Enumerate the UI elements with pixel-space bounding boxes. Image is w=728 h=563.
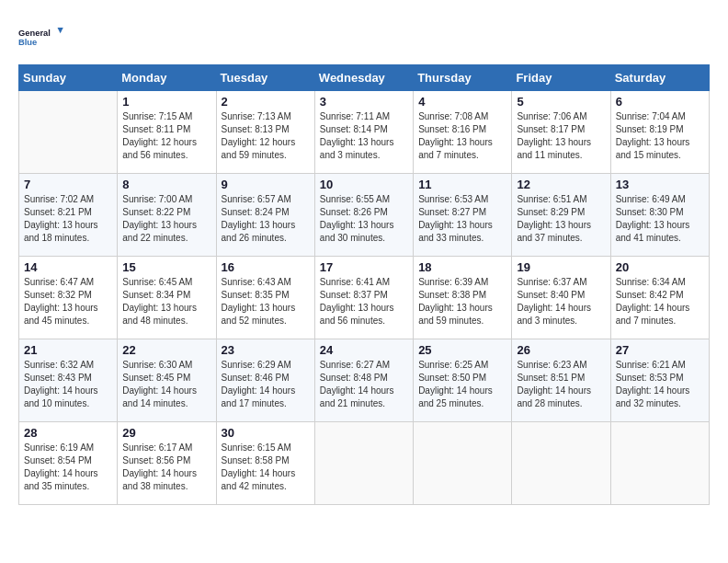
calendar-week-row: 14Sunrise: 6:47 AMSunset: 8:32 PMDayligh… xyxy=(19,257,710,339)
day-info: Sunrise: 6:39 AMSunset: 8:38 PMDaylight:… xyxy=(418,276,506,327)
day-info: Sunrise: 7:15 AMSunset: 8:11 PMDaylight:… xyxy=(122,110,210,162)
calendar-day-cell: 11Sunrise: 6:53 AMSunset: 8:27 PMDayligh… xyxy=(414,174,512,257)
calendar-day-cell xyxy=(314,422,413,505)
day-number: 4 xyxy=(418,95,506,109)
day-info: Sunrise: 6:32 AMSunset: 8:43 PMDaylight:… xyxy=(24,359,112,410)
calendar-day-cell: 30Sunrise: 6:15 AMSunset: 8:58 PMDayligh… xyxy=(216,422,314,505)
day-number: 22 xyxy=(122,343,210,357)
day-number: 11 xyxy=(418,178,506,191)
day-number: 17 xyxy=(320,260,408,274)
day-info: Sunrise: 7:08 AMSunset: 8:16 PMDaylight:… xyxy=(418,110,506,162)
calendar-day-cell: 24Sunrise: 6:27 AMSunset: 8:48 PMDayligh… xyxy=(314,339,413,422)
day-info: Sunrise: 6:25 AMSunset: 8:50 PMDaylight:… xyxy=(418,359,506,410)
day-number: 16 xyxy=(222,260,310,274)
day-number: 8 xyxy=(122,178,210,191)
day-info: Sunrise: 6:51 AMSunset: 8:29 PMDaylight:… xyxy=(517,193,605,245)
calendar-day-cell: 5Sunrise: 7:06 AMSunset: 8:17 PMDaylight… xyxy=(512,91,610,174)
day-info: Sunrise: 6:21 AMSunset: 8:53 PMDaylight:… xyxy=(616,359,704,410)
calendar-day-cell: 9Sunrise: 6:57 AMSunset: 8:24 PMDaylight… xyxy=(216,174,314,257)
day-number: 19 xyxy=(517,260,605,274)
day-info: Sunrise: 6:47 AMSunset: 8:32 PMDaylight:… xyxy=(24,276,112,327)
calendar-day-cell: 2Sunrise: 7:13 AMSunset: 8:13 PMDaylight… xyxy=(216,91,314,174)
calendar-day-cell: 28Sunrise: 6:19 AMSunset: 8:54 PMDayligh… xyxy=(19,422,118,505)
calendar-table: SundayMondayTuesdayWednesdayThursdayFrid… xyxy=(18,64,710,505)
svg-marker-2 xyxy=(58,28,63,33)
day-info: Sunrise: 6:43 AMSunset: 8:35 PMDaylight:… xyxy=(222,276,310,327)
calendar-day-cell: 15Sunrise: 6:45 AMSunset: 8:34 PMDayligh… xyxy=(118,257,216,339)
calendar-day-cell: 20Sunrise: 6:34 AMSunset: 8:42 PMDayligh… xyxy=(610,257,709,339)
calendar-day-cell: 3Sunrise: 7:11 AMSunset: 8:14 PMDaylight… xyxy=(314,91,413,174)
day-info: Sunrise: 6:34 AMSunset: 8:42 PMDaylight:… xyxy=(616,276,704,327)
day-info: Sunrise: 6:19 AMSunset: 8:54 PMDaylight:… xyxy=(24,442,112,493)
day-info: Sunrise: 6:45 AMSunset: 8:34 PMDaylight:… xyxy=(122,276,210,327)
calendar-day-cell: 22Sunrise: 6:30 AMSunset: 8:45 PMDayligh… xyxy=(118,339,216,422)
day-number: 29 xyxy=(122,426,210,440)
calendar-week-row: 28Sunrise: 6:19 AMSunset: 8:54 PMDayligh… xyxy=(19,422,710,505)
day-info: Sunrise: 6:17 AMSunset: 8:56 PMDaylight:… xyxy=(122,442,210,493)
calendar-day-cell: 4Sunrise: 7:08 AMSunset: 8:16 PMDaylight… xyxy=(414,91,512,174)
day-info: Sunrise: 6:29 AMSunset: 8:46 PMDaylight:… xyxy=(222,359,310,410)
day-info: Sunrise: 7:04 AMSunset: 8:19 PMDaylight:… xyxy=(616,110,704,162)
day-number: 13 xyxy=(616,178,704,191)
calendar-day-cell: 29Sunrise: 6:17 AMSunset: 8:56 PMDayligh… xyxy=(118,422,216,505)
day-number: 28 xyxy=(24,426,112,440)
day-number: 3 xyxy=(320,95,408,109)
weekday-header-cell: Thursday xyxy=(414,65,512,91)
calendar-day-cell: 27Sunrise: 6:21 AMSunset: 8:53 PMDayligh… xyxy=(610,339,709,422)
svg-text:Blue: Blue xyxy=(18,38,37,47)
day-number: 12 xyxy=(517,178,605,191)
calendar-day-cell: 18Sunrise: 6:39 AMSunset: 8:38 PMDayligh… xyxy=(414,257,512,339)
day-number: 18 xyxy=(418,260,506,274)
weekday-header-cell: Tuesday xyxy=(216,65,314,91)
calendar-day-cell: 1Sunrise: 7:15 AMSunset: 8:11 PMDaylight… xyxy=(118,91,216,174)
calendar-day-cell: 13Sunrise: 6:49 AMSunset: 8:30 PMDayligh… xyxy=(610,174,709,257)
day-number: 15 xyxy=(122,260,210,274)
day-number: 6 xyxy=(616,95,704,109)
calendar-day-cell: 25Sunrise: 6:25 AMSunset: 8:50 PMDayligh… xyxy=(414,339,512,422)
day-number: 9 xyxy=(222,178,310,191)
calendar-day-cell xyxy=(19,91,118,174)
calendar-day-cell xyxy=(512,422,610,505)
day-number: 21 xyxy=(24,343,112,357)
day-info: Sunrise: 7:11 AMSunset: 8:14 PMDaylight:… xyxy=(320,110,408,162)
calendar-body: 1Sunrise: 7:15 AMSunset: 8:11 PMDaylight… xyxy=(19,91,710,505)
calendar-day-cell: 10Sunrise: 6:55 AMSunset: 8:26 PMDayligh… xyxy=(314,174,413,257)
calendar-day-cell: 21Sunrise: 6:32 AMSunset: 8:43 PMDayligh… xyxy=(19,339,118,422)
day-number: 27 xyxy=(616,343,704,357)
weekday-header-cell: Monday xyxy=(118,65,216,91)
day-number: 10 xyxy=(320,178,408,191)
day-info: Sunrise: 6:53 AMSunset: 8:27 PMDaylight:… xyxy=(418,193,506,245)
weekday-header-cell: Friday xyxy=(512,65,610,91)
logo-svg: General Blue xyxy=(18,18,64,55)
day-info: Sunrise: 7:13 AMSunset: 8:13 PMDaylight:… xyxy=(222,110,310,162)
day-info: Sunrise: 6:57 AMSunset: 8:24 PMDaylight:… xyxy=(222,193,310,245)
day-info: Sunrise: 6:30 AMSunset: 8:45 PMDaylight:… xyxy=(122,359,210,410)
day-info: Sunrise: 6:15 AMSunset: 8:58 PMDaylight:… xyxy=(222,442,310,493)
day-info: Sunrise: 6:49 AMSunset: 8:30 PMDaylight:… xyxy=(616,193,704,245)
day-info: Sunrise: 7:00 AMSunset: 8:22 PMDaylight:… xyxy=(122,193,210,245)
day-info: Sunrise: 6:37 AMSunset: 8:40 PMDaylight:… xyxy=(517,276,605,327)
day-number: 5 xyxy=(517,95,605,109)
day-info: Sunrise: 6:41 AMSunset: 8:37 PMDaylight:… xyxy=(320,276,408,327)
calendar-day-cell: 6Sunrise: 7:04 AMSunset: 8:19 PMDaylight… xyxy=(610,91,709,174)
day-info: Sunrise: 6:27 AMSunset: 8:48 PMDaylight:… xyxy=(320,359,408,410)
day-info: Sunrise: 7:02 AMSunset: 8:21 PMDaylight:… xyxy=(24,193,112,245)
calendar-day-cell: 17Sunrise: 6:41 AMSunset: 8:37 PMDayligh… xyxy=(314,257,413,339)
day-number: 7 xyxy=(24,178,112,191)
logo: General Blue xyxy=(18,18,64,55)
calendar-day-cell: 23Sunrise: 6:29 AMSunset: 8:46 PMDayligh… xyxy=(216,339,314,422)
day-number: 2 xyxy=(222,95,310,109)
calendar-day-cell: 26Sunrise: 6:23 AMSunset: 8:51 PMDayligh… xyxy=(512,339,610,422)
day-info: Sunrise: 6:23 AMSunset: 8:51 PMDaylight:… xyxy=(517,359,605,410)
calendar-week-row: 1Sunrise: 7:15 AMSunset: 8:11 PMDaylight… xyxy=(19,91,710,174)
calendar-day-cell: 19Sunrise: 6:37 AMSunset: 8:40 PMDayligh… xyxy=(512,257,610,339)
calendar-day-cell xyxy=(414,422,512,505)
day-number: 30 xyxy=(222,426,310,440)
day-number: 20 xyxy=(616,260,704,274)
weekday-header-cell: Saturday xyxy=(610,65,709,91)
weekday-header-cell: Sunday xyxy=(19,65,118,91)
day-number: 1 xyxy=(122,95,210,109)
weekday-header-row: SundayMondayTuesdayWednesdayThursdayFrid… xyxy=(19,65,710,91)
svg-text:General: General xyxy=(18,29,51,38)
calendar-week-row: 7Sunrise: 7:02 AMSunset: 8:21 PMDaylight… xyxy=(19,174,710,257)
